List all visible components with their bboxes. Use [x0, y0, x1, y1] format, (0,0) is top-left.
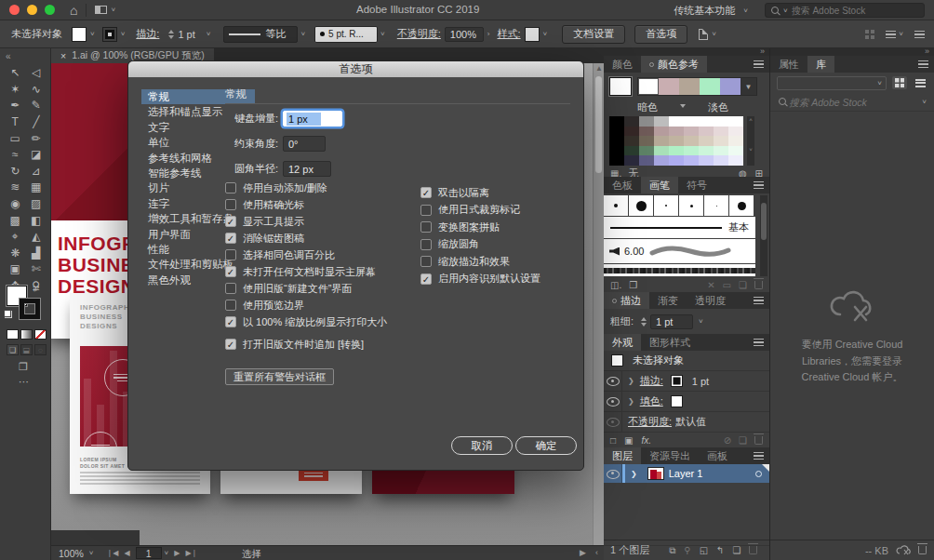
mesh-tool-icon[interactable]: ▩: [5, 212, 26, 228]
chevron-down-icon[interactable]: ˅: [207, 30, 211, 38]
visibility-gutter[interactable]: [604, 371, 622, 391]
grid-swatch-4-6[interactable]: [699, 155, 714, 166]
grid-swatch-1-3[interactable]: [654, 127, 669, 137]
library-select[interactable]: ˅: [777, 76, 887, 90]
line-segment-tool-icon[interactable]: ╱: [26, 114, 47, 130]
tab-transparency[interactable]: 透明度: [687, 292, 734, 309]
preferences-button[interactable]: 首选项: [634, 25, 687, 44]
opacity-value[interactable]: 100%: [445, 27, 484, 42]
fill-attr-label[interactable]: 填色:: [640, 394, 663, 408]
screen-mode-button[interactable]: ❐: [19, 361, 28, 373]
grid-swatch-0-6[interactable]: [699, 116, 714, 127]
adobe-stock-search[interactable]: ˅: [765, 3, 925, 18]
eye-icon[interactable]: [607, 377, 619, 385]
shaper-tool-icon[interactable]: ≈: [5, 147, 26, 163]
tab-brushes[interactable]: 画笔: [641, 177, 678, 193]
fill-swatch[interactable]: [72, 27, 87, 42]
close-window-button[interactable]: [9, 5, 20, 15]
brush-libraries-icon[interactable]: ◫.: [610, 280, 621, 290]
grid-swatch-1-4[interactable]: [669, 127, 684, 137]
ok-button[interactable]: 确定: [515, 436, 577, 455]
stroke-attr-value[interactable]: 1 pt: [692, 376, 709, 387]
fill-swatch-control[interactable]: ˅: [72, 27, 95, 42]
chevron-down-icon[interactable]: ˅: [699, 317, 703, 326]
slice-tool-icon[interactable]: ✄: [26, 261, 47, 277]
scale-tool-icon[interactable]: ⊿: [26, 164, 47, 180]
grid-swatch-3-7[interactable]: [714, 146, 728, 156]
shape-builder-tool-icon[interactable]: ◉: [5, 196, 26, 212]
grid-swatch-3-5[interactable]: [684, 146, 699, 156]
dark-variation-label[interactable]: 暗色: [637, 100, 658, 114]
paintbrush-tool-icon[interactable]: ✏: [26, 130, 47, 146]
checkbox-right-3[interactable]: ✓缩放圆角: [420, 239, 540, 250]
grid-swatch-0-7[interactable]: [714, 116, 728, 127]
cancel-button[interactable]: 取消: [451, 436, 513, 455]
document-setup-button[interactable]: 文档设置: [562, 25, 625, 44]
brush-definition[interactable]: 5 pt. R...: [314, 26, 378, 43]
color-mode-button[interactable]: [7, 329, 19, 340]
appearance-opacity-row[interactable]: 不透明度: 默认值: [604, 412, 769, 433]
chevron-down-icon[interactable]: ˅: [165, 549, 169, 557]
grid-swatch-1-6[interactable]: [699, 127, 714, 137]
blend-tool-icon[interactable]: ◭: [26, 229, 47, 245]
tab-graphic-styles[interactable]: 图形样式: [641, 334, 699, 351]
checkbox-right-4[interactable]: ✓缩放描边和效果: [420, 256, 540, 267]
grid-swatch-4-1[interactable]: [624, 155, 639, 166]
selection-tool-icon[interactable]: ↖: [5, 65, 26, 81]
grid-swatch-0-2[interactable]: [639, 116, 654, 127]
calligraphic-brush-4[interactable]: [704, 195, 728, 216]
layer-row[interactable]: ❯ Layer 1: [604, 464, 769, 483]
zoom-level[interactable]: 100%: [59, 548, 84, 559]
pen-tool-icon[interactable]: ✒: [5, 98, 26, 113]
close-tab-icon[interactable]: ×: [60, 50, 66, 61]
last-artboard-icon[interactable]: ▶❘: [185, 549, 197, 557]
tab-stroke[interactable]: 描边: [604, 292, 649, 309]
checkbox-right-0[interactable]: ✓双击以隔离: [420, 187, 540, 198]
tab-layers[interactable]: 图层: [604, 447, 641, 464]
checkbox-left-0[interactable]: ✓停用自动添加/删除: [225, 182, 387, 193]
delete-layer-icon[interactable]: [749, 546, 757, 554]
grid-swatch-3-2[interactable]: [639, 146, 654, 156]
basic-brush-item[interactable]: 基本: [604, 217, 755, 238]
tab-color[interactable]: 颜色: [604, 56, 641, 73]
grid-swatch-1-1[interactable]: [624, 127, 639, 137]
layer-name[interactable]: Layer 1: [669, 468, 703, 479]
tab-libraries[interactable]: 库: [807, 56, 834, 73]
collapse-panels-icon[interactable]: »: [925, 47, 929, 56]
minimize-window-button[interactable]: [27, 5, 37, 15]
layer-target-icon[interactable]: [755, 471, 762, 477]
variable-width-profile[interactable]: 等比: [223, 26, 298, 43]
delete-item-icon[interactable]: [754, 436, 763, 445]
chevron-down-icon[interactable]: ˅: [89, 549, 94, 557]
grid-swatch-2-2[interactable]: [639, 136, 654, 146]
first-artboard-icon[interactable]: ❘◀: [107, 549, 119, 557]
grid-swatch-0-5[interactable]: [684, 116, 699, 127]
draw-normal-button[interactable]: ❏: [7, 344, 19, 355]
add-effect-icon[interactable]: fx.: [642, 435, 652, 446]
stroke-weight-value[interactable]: 1 pt: [178, 29, 194, 40]
artboard-number-field[interactable]: 1: [136, 547, 162, 559]
expand-icon[interactable]: ❯: [628, 377, 634, 385]
reset-warnings-button[interactable]: 重置所有警告对话框: [225, 368, 334, 385]
panel-menu-icon[interactable]: [918, 60, 928, 68]
arrange-documents-icon[interactable]: [95, 6, 107, 14]
chevron-down-icon[interactable]: ˅: [300, 30, 305, 38]
canvas-vertical-scrollbar[interactable]: ▲: [593, 63, 604, 545]
appearance-fill-row[interactable]: ❯ 填色:: [604, 392, 769, 412]
collapse-toolbar-icon[interactable]: «: [6, 51, 11, 61]
list-view-button[interactable]: [913, 76, 927, 89]
lasso-tool-icon[interactable]: ∿: [26, 82, 47, 98]
expand-icon[interactable]: ❯: [631, 470, 637, 478]
corner-radius-input[interactable]: 12 px: [283, 161, 331, 177]
checkbox-right-2[interactable]: ✓变换图案拼贴: [420, 221, 540, 233]
stroke-swatch-control[interactable]: ˅: [102, 27, 126, 42]
keyboard-increment-input[interactable]: 1 px: [283, 111, 342, 127]
clear-appearance-icon[interactable]: ⊘: [724, 435, 731, 446]
new-brush-icon[interactable]: ❏: [739, 280, 747, 290]
grid-swatch-0-4[interactable]: [669, 116, 684, 127]
eye-icon[interactable]: [607, 470, 619, 478]
grid-swatch-2-0[interactable]: [609, 136, 624, 146]
duplicate-item-icon[interactable]: ❏: [739, 435, 747, 446]
grid-swatch-2-1[interactable]: [624, 136, 639, 146]
previous-artboard-icon[interactable]: ◀: [124, 549, 129, 557]
